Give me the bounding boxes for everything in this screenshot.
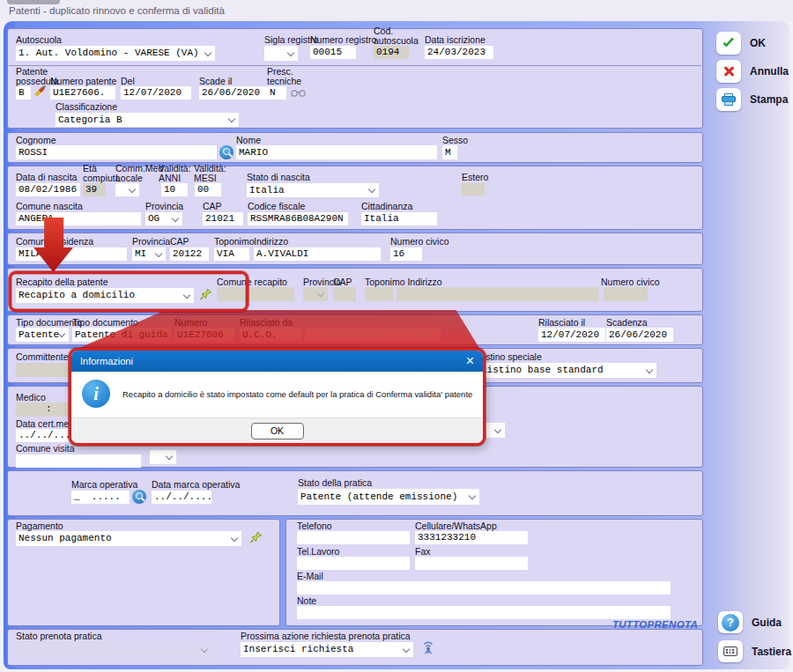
cittadinanza-value: Italia [361, 212, 437, 225]
stato-pratica-select[interactable]: Patente (attende emissione) [298, 489, 479, 505]
provincia-residenza-label: Provincia [132, 237, 170, 247]
tastiera-button[interactable] [718, 640, 743, 662]
data-iscrizione-value: 24/03/2023 [425, 46, 493, 59]
info-dialog-titlebar: Informazioni × [71, 351, 483, 372]
indirizzo-field[interactable]: A.VIVALDI [254, 247, 381, 261]
autoscuola-value: 1. Aut. Voldomino - VARESE (VA) [16, 46, 204, 61]
classificazione-select[interactable]: Categoria B [56, 113, 239, 127]
prossima-azione-select[interactable]: Inserisci richiesta [241, 642, 413, 657]
fax-field[interactable] [415, 557, 528, 570]
annulla-button[interactable] [716, 60, 741, 83]
listino-select[interactable]: Listino base standard [478, 363, 656, 378]
cellulare-field[interactable]: 3331233210 [415, 531, 528, 544]
autoscuola-select[interactable]: 1. Aut. Voldomino - VARESE (VA) [16, 46, 215, 61]
cittadinanza-field[interactable]: Italia [361, 212, 437, 225]
numero-registro-label: Numero registro [310, 35, 376, 45]
rilasciato-il-field[interactable]: 12/07/2020 [538, 328, 605, 342]
cap-recapito-field [333, 287, 356, 301]
search-anagrafica-icon[interactable] [219, 145, 233, 159]
codice-fiscale-field[interactable]: RSSMRA86B08A290N [248, 212, 348, 225]
presc-tecniche-field[interactable]: N [267, 86, 286, 100]
antenna-icon[interactable] [420, 639, 436, 654]
provincia-nascita-select[interactable]: OG [145, 212, 182, 225]
email-field[interactable] [297, 581, 671, 594]
scadenza-field[interactable]: 26/06/2020 [606, 328, 673, 342]
data-iscrizione-label: Data iscrizione [425, 35, 485, 45]
info-dialog-body: i Recapito a domicilio è stato impostato… [71, 372, 483, 417]
data-marca-label: Data marca operativa [152, 480, 240, 490]
tel-lavoro-field[interactable] [297, 557, 410, 570]
nome-field[interactable]: MARIO [236, 145, 437, 159]
marca-operativa-field[interactable]: _ ..... [71, 491, 130, 504]
comune-nascita-value: ANGERA [16, 212, 141, 225]
help-icon: ? [722, 614, 739, 631]
cancel-x-icon [723, 65, 735, 78]
comm-med-select[interactable] [115, 183, 139, 196]
rilasciato-il-label: Rilasciato il [538, 318, 585, 328]
cod-autoscuola-field: 0194 [374, 46, 409, 59]
note-field[interactable] [297, 606, 671, 619]
note-label: Note [297, 596, 316, 606]
patente-posseduta-field[interactable]: B [16, 86, 31, 100]
tel-lavoro-label: Tel.Lavoro [297, 547, 339, 557]
cognome-label: Cognome [16, 136, 56, 145]
data-cert-label: Data cert.med [16, 419, 74, 429]
provincia-residenza-select[interactable]: MI [132, 247, 166, 261]
ok-button[interactable] [716, 32, 741, 55]
scade-il-field[interactable]: 26/06/2020 [199, 86, 270, 100]
tipo-documento-value: Patente [16, 328, 58, 342]
window-title: Patenti - duplicato rinnovo e conferma d… [9, 5, 225, 16]
data-iscrizione-field[interactable]: 24/03/2023 [425, 46, 493, 59]
cellulare-value: 3331233210 [415, 531, 528, 544]
sigla-registro-select[interactable] [264, 46, 298, 61]
validita-mesi-value: 00 [195, 183, 221, 196]
cognome-field[interactable]: ROSSI [16, 145, 217, 159]
cap-nascita-value: 21021 [203, 212, 243, 225]
cap-nascita-field[interactable]: 21021 [203, 212, 243, 225]
tipo-documento-select[interactable]: Patente [16, 328, 69, 342]
stampa-button-label: Stampa [750, 93, 788, 106]
stato-prenota-select [16, 642, 211, 657]
toponimo-field[interactable]: VIA [214, 247, 249, 261]
glasses-icon[interactable] [291, 88, 306, 98]
pin-pagamento-icon[interactable] [249, 530, 263, 544]
stampa-button[interactable] [716, 88, 741, 111]
cod-autoscuola-label: Cod. autoscuola [374, 26, 419, 46]
del-field[interactable]: 12/07/2020 [121, 86, 191, 100]
annotation-highlight-box [9, 271, 248, 312]
eta-field: 39 [83, 183, 106, 196]
guida-button[interactable]: ? [718, 611, 743, 633]
marca-operativa-label: Marca operativa [71, 480, 137, 490]
asl-select[interactable] [150, 450, 176, 464]
cap-residenza-value: 20122 [170, 247, 209, 261]
telefono-field[interactable] [297, 531, 410, 544]
stato-nascita-select[interactable]: Italia [247, 183, 379, 197]
scadenza-value: 26/06/2020 [606, 328, 673, 342]
cognome-value: ROSSI [16, 145, 217, 159]
numero-registro-field[interactable]: 00015 [310, 46, 356, 59]
data-marca-field[interactable]: ../../.... [152, 491, 211, 504]
comune-nascita-field[interactable]: ANGERA [16, 212, 141, 225]
cap-recapito-label: CAP [333, 277, 352, 287]
search-marca-icon[interactable] [132, 490, 146, 504]
pagamento-select[interactable]: Nessun pagamento [16, 531, 241, 546]
validita-anni-field[interactable]: 10 [161, 183, 188, 196]
data-nascita-field[interactable]: 08/02/1986 [16, 183, 80, 196]
numero-civico-field[interactable]: 16 [390, 247, 422, 261]
indirizzo-label: Indirizzo [254, 237, 288, 247]
classificazione-label: Classificazione [56, 102, 117, 112]
sesso-field[interactable]: M [442, 145, 457, 159]
cittadinanza-label: Cittadinanza [361, 202, 412, 211]
numero-patente-field[interactable]: U1E27606. [50, 86, 115, 100]
validita-mesi-field[interactable]: 00 [195, 183, 221, 196]
dialog-ok-button[interactable]: OK [251, 423, 304, 439]
background-window-fragment [7, 0, 60, 4]
stato-nascita-value: Italia [247, 183, 368, 197]
cap-residenza-field[interactable]: 20122 [170, 247, 209, 261]
close-icon[interactable]: × [466, 354, 474, 368]
comune-visita-field[interactable] [16, 454, 141, 468]
window-titlebar: Patenti - duplicato rinnovo e conferma d… [0, 0, 793, 21]
sesso-value: M [442, 145, 457, 159]
data-marca-value: ../../.... [152, 491, 211, 504]
numero-civico-value: 16 [390, 247, 422, 261]
